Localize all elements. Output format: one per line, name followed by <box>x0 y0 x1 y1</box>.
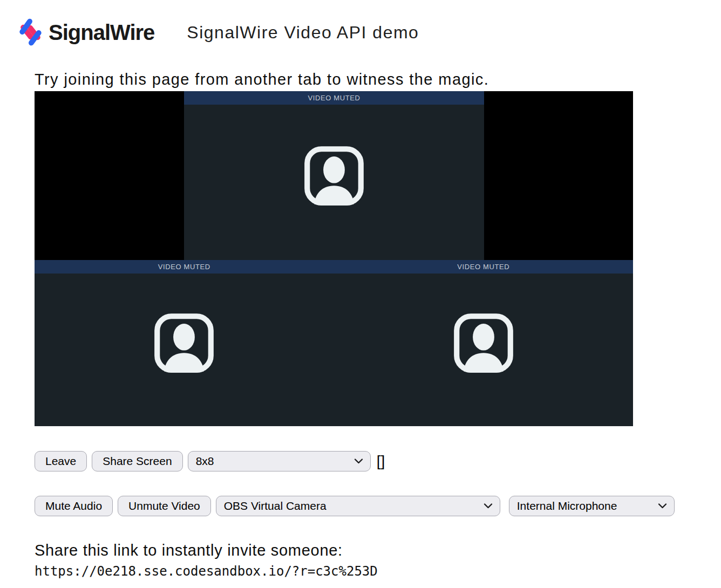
video-grid: VIDEO MUTED VIDEO MUTED <box>35 91 633 426</box>
microphone-select[interactable]: Internal Microphone <box>509 496 675 516</box>
participant-tile: VIDEO MUTED <box>35 260 334 426</box>
brand-wordmark: SignalWire <box>49 20 154 45</box>
video-muted-label: VIDEO MUTED <box>457 263 509 271</box>
video-demo-page: SignalWire SignalWire Video API demo Try… <box>0 15 721 579</box>
invite-link[interactable]: https://0e218.sse.codesandbox.io/?r=c3c%… <box>35 564 721 579</box>
share-heading: Share this link to instantly invite some… <box>35 542 721 559</box>
video-muted-label: VIDEO MUTED <box>158 263 210 271</box>
chevron-down-icon <box>658 503 667 509</box>
header: SignalWire SignalWire Video API demo <box>16 15 721 50</box>
intro-text: Try joining this page from another tab t… <box>35 71 721 88</box>
unmute-video-button[interactable]: Unmute Video <box>118 496 211 516</box>
video-muted-banner: VIDEO MUTED <box>184 91 484 105</box>
page-title: SignalWire Video API demo <box>187 23 419 43</box>
chevron-down-icon <box>484 503 493 509</box>
microphone-select-value: Internal Microphone <box>517 500 617 512</box>
video-grid-bottom-row: VIDEO MUTED VIDEO MUTED <box>35 260 633 426</box>
call-controls: Leave Share Screen 8x8 [] <box>35 451 721 471</box>
camera-select[interactable]: OBS Virtual Camera <box>216 496 500 516</box>
leave-button[interactable]: Leave <box>35 451 87 471</box>
chevron-down-icon <box>354 459 363 464</box>
mute-audio-button[interactable]: Mute Audio <box>35 496 113 516</box>
participant-tile: VIDEO MUTED <box>334 260 634 426</box>
signalwire-logo-icon <box>16 16 44 49</box>
camera-select-value: OBS Virtual Camera <box>224 500 327 512</box>
layout-select[interactable]: 8x8 <box>188 451 371 471</box>
layout-select-value: 8x8 <box>196 455 214 468</box>
video-muted-label: VIDEO MUTED <box>308 94 360 102</box>
empty-video-slot <box>484 91 633 260</box>
media-controls: Mute Audio Unmute Video OBS Virtual Came… <box>35 496 721 516</box>
muted-avatar-icon <box>149 308 219 378</box>
video-grid-top-row: VIDEO MUTED <box>35 91 633 260</box>
video-muted-banner: VIDEO MUTED <box>334 260 634 274</box>
layout-array-text: [] <box>377 454 385 469</box>
share-screen-button[interactable]: Share Screen <box>92 451 182 471</box>
participant-tile: VIDEO MUTED <box>184 91 484 260</box>
empty-video-slot <box>35 91 184 260</box>
muted-avatar-icon <box>299 141 369 211</box>
muted-avatar-icon <box>448 308 519 378</box>
video-muted-banner: VIDEO MUTED <box>35 260 334 274</box>
